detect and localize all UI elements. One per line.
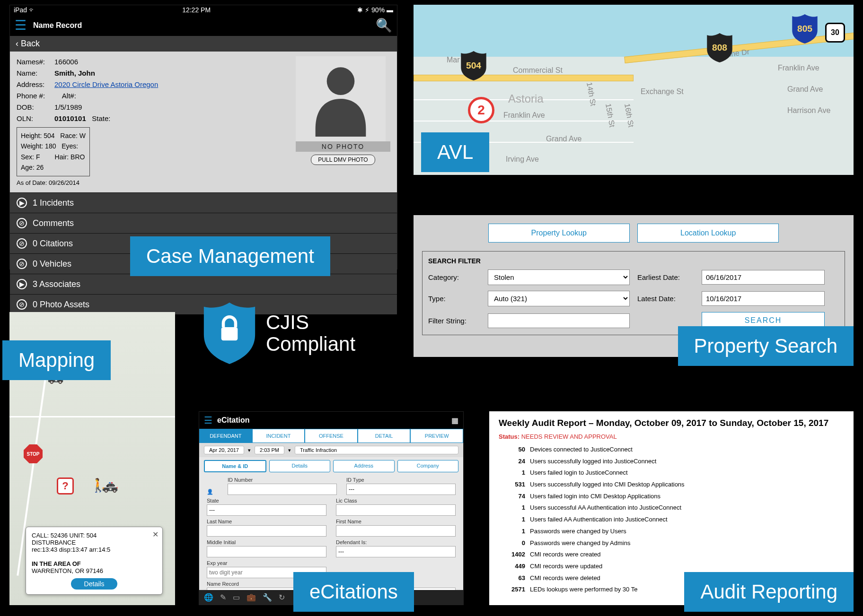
subtab-details[interactable]: Details [269,460,331,472]
section-incidents[interactable]: ▶1 Incidents [10,192,397,213]
menu-icon[interactable]: ☰ [15,17,26,33]
label-avl: AVL [421,132,489,172]
audit-row: 1Passwords were changed by Users [499,526,844,538]
earliest-date-label: Earliest Date: [637,273,694,281]
middle-initial-input[interactable] [207,546,326,557]
card-icon[interactable]: ▭ [233,593,240,602]
defendant-is-input[interactable] [336,546,456,557]
unit-badge-808[interactable]: 808 [707,33,732,62]
briefcase-icon[interactable]: 💼 [247,593,256,602]
refresh-icon[interactable]: ↻ [279,593,285,602]
subtab-company[interactable]: Company [397,460,459,472]
tab-incident[interactable]: INCIDENT [252,429,305,443]
audit-row: 1Users successful AA Authentication into… [499,502,844,514]
filter-string-label: Filter String: [428,317,480,325]
audit-row: 50Devices connected to JusticeConnect [499,444,844,456]
section-comments[interactable]: ⊘Comments [10,213,397,233]
wrench-icon[interactable]: 🔧 [263,593,272,602]
category-select[interactable]: Stolen [488,269,630,285]
label-property-search: Property Search [678,326,854,366]
audit-row: 1Users failed AA Authentication into Jus… [499,514,844,526]
close-icon[interactable]: ✕ [152,530,159,539]
vehicle-icon-2[interactable]: 🚓 [102,477,118,493]
subtab-address[interactable]: Address [333,460,395,472]
filter-string-input[interactable] [488,313,630,328]
audit-row: 531Users successfully logged into CMI De… [499,479,844,491]
first-name-input[interactable] [336,525,456,537]
label-ecitations: eCitations [293,572,414,612]
time-pill[interactable]: 2:03 PM [255,446,284,454]
photo-placeholder [296,56,386,141]
audit-row: 1402CMI records were created [499,549,844,561]
citation-type[interactable]: Traffic Infraction [295,446,458,454]
carrier: iPad ᯤ [14,6,35,14]
label-case-management: Case Management [130,236,330,276]
tab-property-lookup[interactable]: Property Lookup [488,224,630,243]
latest-date-input[interactable] [702,291,825,306]
tab-detail[interactable]: DETAIL [358,429,411,443]
audit-row: 24Users successfully logged into Justice… [499,456,844,468]
search-filter-title: SEARCH FILTER [428,257,839,265]
unit-badge-504[interactable]: 504 [461,51,486,80]
no-photo-label: NO PHOTO [296,141,390,152]
audit-row: 74Users failed login into CMI Desktop Ap… [499,491,844,503]
route-sign-30: 30 [825,23,845,43]
audit-title: Weekly Audit Report – Monday, October 09… [499,418,844,428]
question-icon[interactable]: ? [57,477,74,495]
record-fields: Names#:166006 Name:Smith, John Address:2… [17,56,287,188]
battery: ✱ ⚡︎ 90% ▬ [357,6,393,14]
grid-icon[interactable]: ▦ [451,416,458,425]
type-label: Type: [428,295,480,303]
type-select[interactable]: Auto (321) [488,291,630,306]
ipad-statusbar: iPad ᯤ 12:22 PM ✱ ⚡︎ 90% ▬ [10,5,397,15]
tab-offense[interactable]: OFFENSE [305,429,358,443]
case-management-panel: iPad ᯤ 12:22 PM ✱ ⚡︎ 90% ▬ ☰ Name Record… [9,5,397,269]
audit-row: 449CMI records were updated [499,561,844,573]
screen-title: Name Record [33,21,82,30]
category-label: Category: [428,273,480,281]
cjis-compliant-badge: CJISCompliant [203,303,355,364]
tab-location-lookup[interactable]: Location Lookup [637,224,779,243]
search-icon[interactable]: 🔍 [376,17,392,33]
audit-status: NEEDS REVIEW AND APPROVAL [521,433,617,440]
earliest-date-input[interactable] [702,270,825,285]
label-audit-reporting: Audit Reporting [684,572,854,612]
id-type-input[interactable] [346,484,456,495]
shield-icon [203,303,255,364]
call-times: rec:13:43 disp:13:47 arr:14:5 [32,546,157,553]
state-input[interactable] [207,504,326,516]
svg-text:805: 805 [797,24,812,34]
back-button[interactable]: ‹ Back [10,36,397,52]
audit-row: 1Users failed login to JusticeConnect [499,467,844,479]
id-number-input[interactable] [228,484,337,495]
svg-text:504: 504 [466,61,481,70]
lic-class-input[interactable] [336,504,456,516]
person-icon: 👤 [207,489,213,495]
tab-defendant[interactable]: DEFENDANT [199,429,252,443]
last-name-input[interactable] [207,525,326,537]
call-id: CALL: 52436 UNIT: 504 [32,532,157,539]
section-associates[interactable]: ▶3 Associates [10,274,397,294]
svg-rect-3 [221,327,238,340]
app-header: ☰ Name Record 🔍 [10,15,397,36]
pull-dmv-photo-button[interactable]: PULL DMV PHOTO [311,155,375,165]
audit-row: 0Passwords were changed by Admins [499,538,844,549]
as-of-date: As of Date: 09/26/2014 [17,178,287,188]
tab-preview[interactable]: PREVIEW [410,429,463,443]
subtab-name-id[interactable]: Name & ID [204,460,266,472]
address-link[interactable]: 2020 Circle Drive Astoria Oregon [54,80,158,88]
incident-marker[interactable]: 2 [468,97,494,123]
stop-icon[interactable]: STOP [24,444,43,463]
unit-badge-805[interactable]: 805 [792,14,818,43]
clock: 12:22 PM [182,6,211,14]
svg-text:808: 808 [712,43,727,52]
globe-icon[interactable]: 🌐 [204,593,213,602]
call-type: DISTURBANCE [32,539,157,546]
edit-icon[interactable]: ✎ [220,593,226,602]
area-value: WARRENTON, OR 97146 [32,567,157,574]
latest-date-label: Latest Date: [637,295,694,303]
menu-icon[interactable]: ☰ [204,415,212,426]
details-button[interactable]: Details [71,578,118,590]
call-popup: ✕ CALL: 52436 UNIT: 504 DISTURBANCE rec:… [26,527,163,595]
date-pill[interactable]: Apr 20, 2017 [204,446,244,454]
